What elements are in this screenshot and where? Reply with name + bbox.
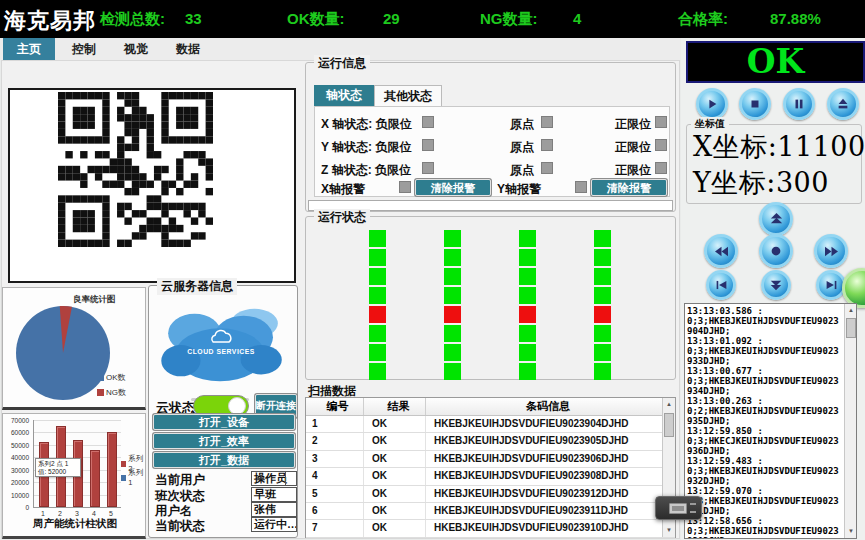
status-cell xyxy=(444,363,461,380)
z-axis-label: Z 轴状态: 负限位 xyxy=(321,162,411,179)
shift-status-field[interactable]: 早班 xyxy=(251,487,297,502)
pie-legend-ok: OK数 xyxy=(97,372,126,383)
table-row[interactable]: 7OKHKEBJKEUIHJDSVDUFIEU9023910DJHD xyxy=(306,520,675,537)
x-tick-label: 5 xyxy=(106,510,116,517)
current-user-value: 操作员 xyxy=(254,472,287,484)
stop-button[interactable] xyxy=(739,88,771,120)
current-state-field[interactable]: 运行中…… xyxy=(251,517,297,532)
cloud-server-panel: 云服务器信息 CLOUD SERVICES 云状态 断开连接 打开_设备 打开_… xyxy=(148,285,298,538)
start-button[interactable] xyxy=(696,88,728,120)
y-tick-label: 30000 xyxy=(3,467,29,474)
z-origin-indicator xyxy=(541,162,553,174)
status-cell xyxy=(594,287,611,304)
status-cell xyxy=(519,306,536,323)
log-scrollbar[interactable]: ▲ ▼ xyxy=(844,304,856,538)
bar-tooltip-line2: 值: 52000 xyxy=(38,468,78,476)
pause-button[interactable] xyxy=(783,88,815,120)
widget-handle-top xyxy=(690,503,696,505)
log-scroll-up-icon[interactable]: ▲ xyxy=(845,304,857,317)
tab-data[interactable]: 数据 xyxy=(162,38,214,60)
status-column xyxy=(519,230,536,382)
tab-control[interactable]: 控制 xyxy=(58,38,110,60)
header-id: 编号 xyxy=(306,398,364,415)
tab-vision[interactable]: 视觉 xyxy=(110,38,162,60)
current-user-label: 当前用户 xyxy=(155,472,205,489)
table-row[interactable]: 3OKHKEBJKEUIHJDSVDUFIEU9023906DJHD xyxy=(306,451,675,468)
pie-legend-ng: NG数 xyxy=(97,387,126,398)
x-neg-limit-indicator xyxy=(422,116,434,128)
table-row[interactable]: 4OKHKEBJKEUIHJDSVDUFIEU9023908DJHD xyxy=(306,468,675,485)
table-row[interactable]: 5OKHKEBJKEUIHJDSVDUFIEU9023912DJHD xyxy=(306,486,675,503)
bar-legend-series1: 系列1 xyxy=(121,468,145,487)
x-tick-label: 2 xyxy=(55,510,65,517)
row-id: 6 xyxy=(306,503,364,519)
home-x-button[interactable] xyxy=(706,270,736,300)
tab-other-status[interactable]: 其他状态 xyxy=(374,85,442,106)
right-control-panel: OK 坐标值 X坐标:11100 Y坐标:300 xyxy=(681,38,865,540)
y-alarm-label: Y轴报警 xyxy=(497,181,541,198)
y-clear-alarm-button[interactable]: 清除报警 xyxy=(591,179,667,196)
status-cell xyxy=(369,325,386,342)
x-coordinate-label: X坐标: xyxy=(693,131,777,162)
open-efficiency-button[interactable]: 打开_效率 xyxy=(153,433,295,449)
status-cell xyxy=(444,230,461,247)
x-coordinate-value: 11100 xyxy=(777,131,865,162)
row-result: OK xyxy=(364,503,426,519)
x-tick-label: 3 xyxy=(72,510,82,517)
status-cell xyxy=(519,268,536,285)
log-scroll-down-icon[interactable]: ▼ xyxy=(845,525,857,538)
pause-icon xyxy=(792,97,806,111)
x-tick-label: 1 xyxy=(38,510,48,517)
status-cell xyxy=(444,344,461,361)
status-cell xyxy=(519,344,536,361)
tab-axis-status[interactable]: 轴状态 xyxy=(314,85,374,106)
y-tick-label: 40000 xyxy=(3,454,29,461)
y-tick-label: 10000 xyxy=(3,492,29,499)
x-clear-alarm-button[interactable]: 清除报警 xyxy=(415,179,491,196)
z-neg-limit-indicator xyxy=(422,162,434,174)
eject-button[interactable] xyxy=(827,88,859,120)
green-action-button[interactable] xyxy=(842,268,865,308)
scroll-down-icon[interactable]: ▼ xyxy=(663,524,675,537)
row-result: OK xyxy=(364,520,426,536)
combo-dropdown-divider xyxy=(285,472,286,485)
status-cell xyxy=(519,287,536,304)
pass-rate-value: 87.88% xyxy=(770,10,821,27)
monitor-icon xyxy=(669,503,687,514)
table-row[interactable]: 6OKHKEBJKEUIHJDSVDUFIEU9023911DJHD xyxy=(306,503,675,520)
current-user-combobox[interactable]: 操作员 xyxy=(251,471,297,486)
jog-down-button[interactable] xyxy=(761,270,791,300)
row-barcode: HKEBJKEUIHJDSVDUFIEU9023905DJHD xyxy=(426,433,663,449)
run-status-group: 运行状态 xyxy=(305,216,676,380)
table-row[interactable]: 1OKHKEBJKEUIHJDSVDUFIEU9023904DJHD xyxy=(306,416,675,433)
table-row[interactable]: 2OKHKEBJKEUIHJDSVDUFIEU9023905DJHD xyxy=(306,433,675,450)
jog-up-button[interactable] xyxy=(759,202,793,236)
open-device-button[interactable]: 打开_设备 xyxy=(153,414,295,430)
tab-home[interactable]: 主页 xyxy=(3,38,55,60)
jog-left-button[interactable] xyxy=(704,234,738,268)
jog-center-button[interactable] xyxy=(759,234,793,268)
open-data-button[interactable]: 打开_数据 xyxy=(153,452,295,468)
play-icon xyxy=(705,97,719,111)
username-field[interactable]: 张伟 xyxy=(251,502,297,517)
log-textbox[interactable]: 13:13:03.586 :0;3;HKEBJKEUIHJDSVDUFIEU90… xyxy=(684,303,857,539)
status-column xyxy=(369,230,386,382)
weekly-bar-panel: 010000200003000040000500006000070000 123… xyxy=(2,413,146,539)
log-scroll-thumb[interactable] xyxy=(846,318,856,338)
scroll-up-icon[interactable]: ▲ xyxy=(663,398,675,411)
log-entry: 13:12:59.483 :0;3;HKEBJKEUIHJDSVDUFIEU90… xyxy=(687,456,843,486)
y-axis-label: Y 轴状态: 负限位 xyxy=(321,139,411,156)
jog-right-button[interactable] xyxy=(814,234,848,268)
y-tick-label: 20000 xyxy=(3,479,29,486)
bar-tooltip-line1: 系列2 点 1 xyxy=(38,460,78,468)
bar-chart-title: 周产能统计柱状图 xyxy=(3,517,147,531)
fast-down-icon xyxy=(769,278,783,292)
status-cell xyxy=(594,325,611,342)
table-scroll-thumb[interactable] xyxy=(664,413,674,437)
qr-panel xyxy=(8,88,296,283)
row-result: OK xyxy=(364,451,426,467)
log-entry: 13:12:58.656 :0;3;HKEBJKEUIHJDSVDUFIEU90… xyxy=(687,516,843,539)
axis-status-page: X 轴状态: 负限位 原点 正限位 Y 轴状态: 负限位 原点 正限位 Z 轴状… xyxy=(314,106,670,197)
x-pos-limit-indicator xyxy=(655,116,667,128)
screen-capture-widget[interactable] xyxy=(655,496,702,520)
